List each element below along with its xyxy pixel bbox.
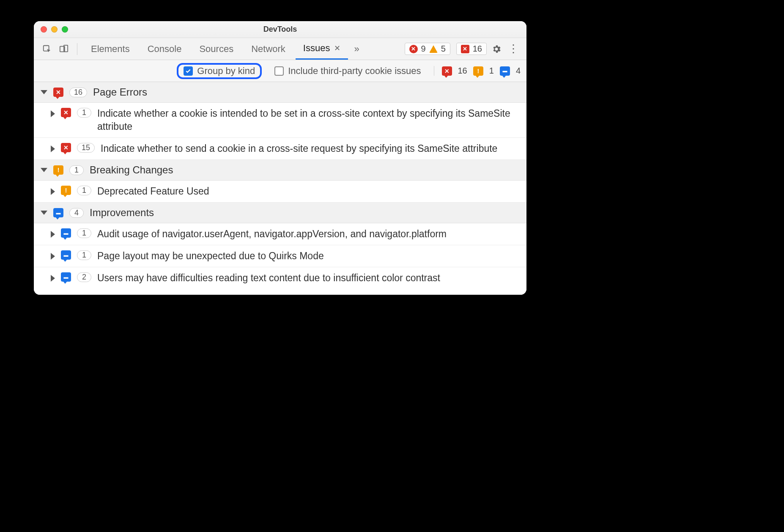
group-title: Breaking Changes — [90, 164, 173, 176]
inspect-element-icon[interactable] — [40, 42, 54, 56]
info-bubble-icon[interactable]: ▬ — [500, 66, 510, 76]
tab-label: Elements — [91, 44, 130, 55]
tabstrip: Elements Console Sources Network Issues … — [34, 38, 526, 60]
error-bubble-count: 16 — [458, 66, 467, 76]
error-bubble-icon: ✕ — [61, 108, 71, 117]
group-header-breaking-changes[interactable]: ! 1 Breaking Changes — [34, 160, 526, 181]
issue-message: Page layout may be unexpected due to Qui… — [97, 250, 324, 263]
warning-bubble-count: 1 — [489, 66, 494, 76]
warning-count: 5 — [441, 44, 446, 54]
info-bubble-icon: ▬ — [61, 250, 71, 260]
issue-message: Audit usage of navigator.userAgent, navi… — [97, 228, 447, 241]
group-header-improvements[interactable]: ▬ 4 Improvements — [34, 203, 526, 223]
issue-count-badge: 1 — [77, 186, 91, 195]
zoom-window-button[interactable] — [62, 26, 68, 33]
issue-message: Users may have difficulties reading text… — [97, 271, 440, 285]
devtools-window: DevTools Elements Console Sources Networ… — [34, 21, 526, 295]
titlebar: DevTools — [34, 21, 526, 38]
console-error-warning-badge[interactable]: ✕ 9 5 — [405, 43, 450, 55]
error-bubble-icon: ✕ — [61, 143, 71, 152]
info-bubble-icon: ▬ — [61, 228, 71, 238]
issue-message: Deprecated Feature Used — [97, 185, 209, 198]
group-count-badge: 16 — [69, 88, 87, 97]
issue-row[interactable]: ▬ 2 Users may have difficulties reading … — [34, 267, 526, 289]
settings-icon[interactable] — [489, 42, 504, 56]
tab-elements[interactable]: Elements — [83, 38, 137, 60]
issues-count: 16 — [473, 44, 482, 54]
issue-count-badge: 1 — [77, 108, 91, 118]
chevron-down-icon — [41, 211, 47, 215]
tab-sources[interactable]: Sources — [192, 38, 241, 60]
info-bubble-icon: ▬ — [53, 208, 63, 217]
issue-row[interactable]: ▬ 1 Page layout may be unexpected due to… — [34, 245, 526, 267]
issue-row[interactable]: ✕ 15 Indicate whether to send a cookie i… — [34, 138, 526, 160]
chevron-right-icon — [51, 110, 55, 117]
error-bubble-icon[interactable]: ✕ — [442, 66, 452, 76]
warning-bubble-icon: ! — [61, 186, 71, 195]
issue-row[interactable]: ✕ 1 Indicate whether a cookie is intende… — [34, 103, 526, 138]
error-count: 9 — [421, 44, 426, 54]
chevron-down-icon — [41, 168, 47, 172]
group-title: Improvements — [90, 207, 154, 219]
warning-triangle-icon — [429, 45, 438, 53]
checkbox-label: Include third-party cookie issues — [288, 66, 421, 77]
checkbox-checked-icon — [184, 66, 193, 76]
window-title: DevTools — [263, 25, 297, 34]
chevron-down-icon — [41, 90, 47, 94]
close-window-button[interactable] — [41, 26, 47, 33]
chevron-right-icon — [51, 275, 55, 282]
issue-count-badge: 2 — [77, 272, 91, 282]
more-options-icon[interactable]: ⋮ — [506, 42, 521, 56]
tab-console[interactable]: Console — [140, 38, 189, 60]
info-bubble-icon: ▬ — [61, 272, 71, 282]
chevron-right-icon — [51, 145, 55, 152]
issue-count-badge: 15 — [77, 143, 95, 153]
tab-network[interactable]: Network — [244, 38, 293, 60]
group-count-badge: 4 — [69, 208, 84, 218]
issues-panel: ✕ 16 Page Errors ✕ 1 Indicate whether a … — [34, 82, 526, 295]
window-controls — [41, 26, 68, 33]
toggle-device-icon[interactable] — [57, 42, 71, 56]
tab-label: Console — [148, 44, 182, 55]
third-party-cookie-checkbox[interactable]: Include third-party cookie issues — [269, 64, 426, 78]
chevron-right-icon — [51, 253, 55, 260]
warning-bubble-icon: ! — [53, 165, 63, 175]
issues-badge[interactable]: ✕ 16 — [456, 43, 487, 55]
error-square-icon: ✕ — [461, 45, 469, 53]
warning-bubble-icon[interactable]: ! — [473, 66, 483, 76]
chevron-right-icon — [51, 231, 55, 238]
group-by-kind-checkbox[interactable]: Group by kind — [177, 63, 262, 79]
more-tabs-icon[interactable]: » — [351, 44, 362, 55]
issue-count-badge: 1 — [77, 250, 91, 260]
issue-message: Indicate whether a cookie is intended to… — [97, 107, 520, 133]
info-bubble-count: 4 — [516, 66, 521, 76]
group-title: Page Errors — [93, 86, 147, 98]
issue-row[interactable]: ▬ 1 Audit usage of navigator.userAgent, … — [34, 223, 526, 245]
issue-count-badge: 1 — [77, 228, 91, 238]
error-bubble-icon: ✕ — [53, 88, 63, 97]
chevron-right-icon — [51, 188, 55, 195]
tab-label: Network — [251, 44, 285, 55]
group-header-page-errors[interactable]: ✕ 16 Page Errors — [34, 82, 526, 103]
tab-label: Issues — [303, 43, 330, 54]
issue-kind-counts: ✕ 16 ! 1 ▬ 4 — [434, 66, 521, 76]
tab-issues[interactable]: Issues ✕ — [296, 38, 348, 60]
checkbox-unchecked-icon — [274, 66, 284, 76]
minimize-window-button[interactable] — [51, 26, 58, 33]
issue-message: Indicate whether to send a cookie in a c… — [101, 142, 497, 155]
tab-label: Sources — [199, 44, 233, 55]
group-count-badge: 1 — [69, 165, 84, 175]
error-circle-icon: ✕ — [409, 45, 418, 53]
divider — [77, 43, 77, 55]
checkbox-label: Group by kind — [197, 66, 255, 77]
close-tab-icon[interactable]: ✕ — [334, 44, 340, 53]
issue-row[interactable]: ! 1 Deprecated Feature Used — [34, 181, 526, 203]
issues-filterbar: Group by kind Include third-party cookie… — [34, 60, 526, 82]
